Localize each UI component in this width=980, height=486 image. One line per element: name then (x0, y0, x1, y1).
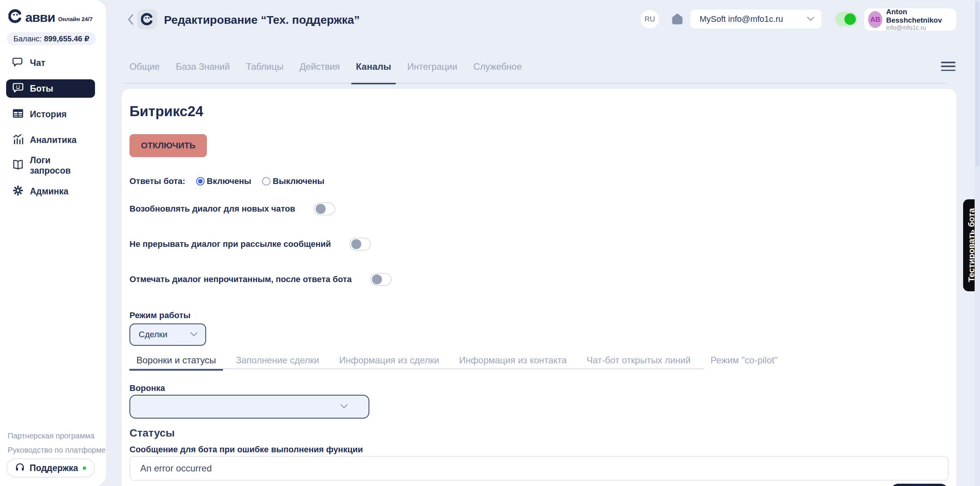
tab-tables[interactable]: Таблицы (246, 61, 284, 84)
sidebar-item-label: История (30, 109, 67, 120)
toggle-row-resume-dialog: Возобновлять диалог для новых чатов (129, 202, 335, 215)
resume-dialog-toggle[interactable] (314, 202, 335, 215)
app-root: авви Онлайн 24/7 Баланс: 899,655.46 ₽ Ча… (0, 0, 980, 486)
radio-selected-icon (196, 177, 205, 186)
subtab-copilot-mode[interactable]: Режим "co-pilot" (711, 355, 778, 371)
smiley-c-logo-icon (8, 9, 22, 23)
analytics-icon (12, 133, 24, 146)
radio-label: Включены (207, 176, 251, 186)
table-icon (12, 108, 24, 121)
no-interrupt-toggle[interactable] (349, 238, 371, 251)
smiley-c-bot-icon (141, 13, 153, 25)
online-status-dot (83, 466, 86, 470)
home-icon[interactable] (670, 12, 684, 28)
book-icon (12, 159, 24, 172)
sidebar-item-history[interactable]: История (6, 105, 95, 123)
toggle-knob (372, 274, 382, 284)
gear-icon (12, 185, 24, 198)
chat-icon (12, 56, 24, 69)
chevron-down-icon (807, 16, 814, 23)
tab-integrations[interactable]: Интеграции (407, 61, 457, 84)
tab-service[interactable]: Служебное (474, 61, 522, 84)
scrollbar[interactable] (975, 0, 980, 486)
bot-status-toggle[interactable] (835, 12, 857, 26)
workspace-select[interactable]: MySoft info@mfo1c.ru (690, 10, 821, 29)
sidebar-item-label: Логи запросов (30, 155, 89, 176)
work-mode-select[interactable]: Сделки (129, 323, 206, 346)
work-mode-value: Сделки (139, 330, 167, 340)
tab-general[interactable]: Общие (129, 61, 160, 84)
balance-label: Баланс: (13, 34, 42, 43)
back-button[interactable] (125, 13, 136, 26)
funnel-label: Воронка (129, 383, 165, 393)
integration-title: Битрикс24 (129, 103, 203, 120)
sidebar-item-label: Чат (30, 58, 45, 68)
toggle-row-no-interrupt: Не прерывать диалог при рассылке сообщен… (129, 238, 371, 251)
subtab-deal-fill[interactable]: Заполнение сделки (236, 355, 319, 371)
mark-unread-toggle[interactable] (370, 273, 392, 286)
tab-channels[interactable]: Каналы (351, 61, 396, 84)
bot-avatar (137, 9, 157, 29)
bot-icon (12, 82, 24, 95)
chevron-left-icon (127, 14, 134, 25)
bot-answers-label: Ответы бота: (129, 176, 185, 186)
radio-answers-off[interactable]: Выключены (262, 176, 324, 186)
toggle-label: Не прерывать диалог при рассылке сообщен… (129, 239, 331, 249)
subtab-bar: Воронки и статусы Заполнение сделки Инфо… (136, 355, 778, 371)
toggle-label: Возобновлять диалог для новых чатов (129, 204, 295, 214)
error-message-input[interactable] (129, 456, 949, 481)
user-menu[interactable]: AB Anton Besshchetnikov info@mfo1c.ru (864, 8, 956, 31)
balance-badge: Баланс: 899,655.46 ₽ (7, 32, 96, 45)
tab-knowledge-base[interactable]: База Знаний (176, 61, 230, 84)
toggle-knob (844, 13, 856, 25)
user-meta: Anton Besshchetnikov info@mfo1c.ru (886, 8, 952, 31)
sidebar-item-admin[interactable]: Админка (6, 182, 95, 200)
sidebar-item-logs[interactable]: Логи запросов (6, 156, 95, 175)
balance-value: 899,655.46 ₽ (44, 34, 89, 43)
sidebar-item-bots[interactable]: Боты (6, 79, 95, 98)
page-title: Редактирование “Тех. поддержка” (164, 13, 360, 26)
work-mode-label: Режим работы (129, 310, 190, 320)
radio-label: Выключены (273, 176, 324, 186)
brand-wordmark: авви (25, 11, 55, 23)
partner-program-link[interactable]: Партнерская программа (8, 432, 106, 440)
workspace-value: MySoft info@mfo1c.ru (700, 14, 783, 24)
brand-tagline: Онлайн 24/7 (58, 16, 93, 23)
sidebar-item-chat[interactable]: Чат (6, 54, 95, 72)
sidebar-item-label: Аналитика (30, 135, 77, 145)
chevron-down-icon (190, 331, 198, 338)
toggle-knob (351, 239, 361, 249)
sidebar-footer-links: Партнерская программа Руководство по пла… (8, 432, 106, 455)
sidebar-item-analytics[interactable]: Аналитика (6, 131, 95, 149)
platform-guide-link[interactable]: Руководство по платформе (8, 446, 106, 455)
toggle-label: Отмечать диалог непрочитанным, после отв… (129, 274, 352, 284)
support-label: Поддержка (29, 463, 78, 473)
content-card: Битрикс24 ОТКЛЮЧИТЬ Ответы бота: Включен… (122, 89, 956, 486)
chevron-down-icon (340, 403, 348, 410)
subtab-funnels-statuses[interactable]: Воронки и статусы (129, 355, 223, 371)
sidebar-item-label: Боты (30, 84, 53, 94)
user-avatar: AB (868, 11, 882, 28)
statuses-heading: Статусы (129, 427, 175, 439)
tab-actions[interactable]: Действия (300, 61, 340, 84)
bot-answers-group: Ответы бота: Включены Выключены (129, 176, 335, 186)
brand-logo[interactable]: авви Онлайн 24/7 (8, 9, 93, 23)
subtab-contact-info[interactable]: Информация из контакта (459, 355, 567, 371)
tab-bar: Общие База Знаний Таблицы Действия Канал… (129, 61, 522, 84)
language-badge[interactable]: RU (641, 10, 659, 28)
sidebar: авви Онлайн 24/7 Баланс: 899,655.46 ₽ Ча… (0, 0, 106, 486)
radio-unselected-icon (262, 177, 270, 186)
support-button[interactable]: Поддержка (6, 458, 95, 478)
sidebar-item-label: Админка (30, 186, 69, 197)
subtab-open-lines-chatbot[interactable]: Чат-бот открытых линий (587, 355, 690, 371)
error-message-label: Сообщение для бота при ошибке выполнения… (129, 445, 363, 455)
toggle-row-mark-unread: Отмечать диалог непрочитанным, после отв… (129, 273, 392, 286)
scrollbar-thumb[interactable] (975, 2, 979, 166)
save-button-partial[interactable] (891, 484, 948, 486)
radio-answers-on[interactable]: Включены (196, 176, 251, 186)
user-email: info@mfo1c.ru (886, 25, 952, 31)
funnel-select[interactable] (129, 395, 369, 419)
subtab-deal-info[interactable]: Информация из сделки (339, 355, 439, 371)
menu-icon[interactable] (941, 62, 955, 71)
disconnect-button[interactable]: ОТКЛЮЧИТЬ (129, 134, 207, 157)
